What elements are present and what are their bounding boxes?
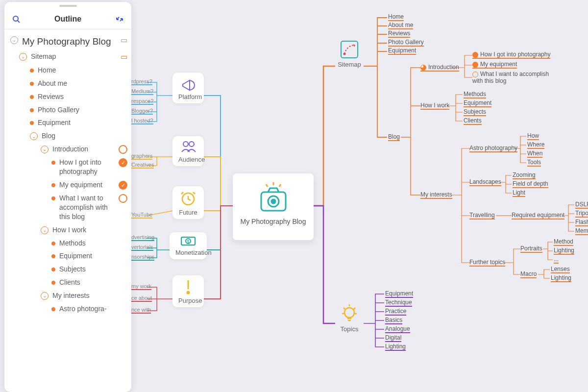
leaf[interactable]: Lighting [385, 343, 406, 351]
search-icon[interactable] [9, 15, 23, 23]
leaf[interactable]: Creatives [131, 162, 154, 169]
outline-item[interactable]: My equipment [59, 180, 115, 190]
leaf[interactable]: ... [554, 256, 559, 264]
leaf[interactable]: Where [527, 141, 544, 149]
leaf[interactable]: Required equipment [512, 212, 564, 220]
leaf[interactable]: Flash [575, 219, 588, 226]
blog-interests[interactable]: My interests [420, 191, 452, 199]
leaf[interactable]: Equipment [464, 99, 491, 107]
leaf[interactable]: How I got into photography [472, 51, 550, 59]
chevron-down-icon[interactable]: ⌄ [41, 226, 49, 234]
chevron-down-icon[interactable]: ⌄ [19, 53, 27, 61]
leaf[interactable]: nce with [131, 307, 151, 314]
leaf[interactable]: Lighting [551, 274, 571, 282]
chevron-down-icon[interactable]: ⌄ [41, 292, 49, 300]
leaf[interactable]: Zooming [513, 172, 536, 179]
leaf[interactable]: dvertising [131, 234, 154, 241]
leaf[interactable]: When [527, 150, 542, 158]
leaf[interactable]: Method [554, 238, 573, 246]
leaf[interactable]: Basics [385, 317, 402, 324]
center-node[interactable]: My Photography Blog [233, 173, 314, 240]
chevron-down-icon[interactable]: ⌄ [10, 36, 18, 44]
label: Topics [341, 325, 359, 333]
branch-purpose[interactable]: Purpose [172, 275, 204, 307]
outline-item[interactable]: Introduction [52, 145, 115, 154]
leaf[interactable]: Lenses [551, 266, 570, 273]
outline-item[interactable]: Clients [59, 278, 80, 287]
sm-equip[interactable]: Equipment [388, 47, 416, 55]
outline-item[interactable]: My interests [52, 291, 89, 300]
leaf[interactable]: nsorships [131, 254, 154, 261]
sm-about[interactable]: About me [388, 22, 413, 29]
leaf[interactable]: DSLR [575, 201, 588, 209]
outline-item[interactable]: Reviews [38, 92, 64, 101]
leaf[interactable]: rdpress? [131, 78, 152, 85]
leaf[interactable]: Equipment [385, 290, 413, 298]
leaf[interactable]: vertorials [131, 244, 153, 251]
leaf[interactable]: Tripod [575, 210, 588, 218]
outline-item[interactable]: Photo Gallery [38, 105, 79, 115]
leaf[interactable]: YouTube [131, 212, 152, 219]
leaf[interactable]: Portraits [520, 245, 542, 253]
outline-item[interactable]: About me [38, 79, 67, 88]
outline-item[interactable]: Subjects [59, 265, 86, 274]
outline-item[interactable]: Equipment [59, 251, 92, 261]
drag-handle[interactable] [59, 5, 77, 7]
sm-blog[interactable]: Blog [388, 133, 400, 141]
outline-item[interactable]: What I want to accomplish with this blog [59, 194, 115, 221]
sm-gallery[interactable]: Photo Gallery [388, 39, 424, 47]
people-icon [180, 139, 196, 154]
outline-item[interactable]: Equipment [38, 118, 71, 127]
leaf[interactable]: Tools [527, 159, 541, 167]
leaf[interactable]: my work [131, 283, 151, 290]
outline-root[interactable]: My Photography Blog [22, 35, 117, 48]
blog-intro[interactable]: Introduction [420, 64, 459, 72]
leaf[interactable]: Practice [385, 308, 406, 316]
leaf[interactable]: respace? [131, 98, 153, 105]
leaf[interactable]: Macro [520, 270, 537, 278]
int-further[interactable]: Further topics [469, 259, 505, 267]
outline-item[interactable]: Methods [59, 239, 86, 248]
outline-body[interactable]: ⌄My Photography Blog▭ ⌄Sitemap▭ Home Abo… [4, 29, 131, 392]
branch-audience[interactable]: Audience [172, 136, 204, 166]
int-astro[interactable]: Astro photography [469, 145, 517, 152]
leaf[interactable]: l hosted? [131, 118, 153, 124]
leaf[interactable]: Medium? [131, 88, 153, 95]
outline-item[interactable]: How I got into photography [59, 158, 115, 176]
leaf[interactable]: Technique [385, 299, 412, 307]
leaf[interactable]: What I want to accomplish with this blog [472, 71, 556, 84]
outline-item[interactable]: Sitemap [31, 52, 117, 61]
leaf[interactable]: How [527, 132, 539, 140]
sm-reviews[interactable]: Reviews [388, 30, 410, 38]
leaf[interactable]: Field of depth [513, 180, 548, 188]
leaf[interactable]: Memo [575, 227, 588, 235]
chevron-down-icon[interactable]: ⌄ [41, 146, 49, 153]
leaf[interactable]: Analogue [385, 325, 410, 333]
expand-icon[interactable] [113, 15, 126, 23]
branch-sitemap[interactable]: Sitemap [335, 40, 364, 68]
leaf[interactable]: Clients [464, 117, 482, 125]
leaf[interactable]: graphers [131, 153, 152, 160]
leaf[interactable]: Digital [385, 334, 401, 342]
branch-future[interactable]: Future [172, 186, 204, 219]
leaf[interactable]: Blogger? [131, 108, 153, 115]
leaf[interactable]: Lighting [554, 247, 574, 255]
leaf[interactable]: Methods [464, 91, 486, 98]
branch-monetization[interactable]: $ Monetization [170, 232, 207, 259]
leaf[interactable]: My equipment [472, 61, 517, 69]
outline-item[interactable]: Blog [42, 131, 55, 141]
leaf[interactable]: Light [513, 189, 525, 197]
branch-platform[interactable]: Platform [172, 73, 204, 103]
int-travel[interactable]: Travelling [469, 212, 495, 220]
outline-item[interactable]: How I work [52, 225, 86, 235]
int-land[interactable]: Landscapes [469, 178, 501, 186]
leaf[interactable]: ce about [131, 295, 152, 302]
branch-topics[interactable]: Topics [335, 303, 364, 333]
outline-item[interactable]: Home [38, 66, 56, 75]
outline-item[interactable]: Astro photogra- [59, 304, 107, 314]
money-icon: $ [180, 235, 196, 247]
blog-how[interactable]: How I work [420, 102, 449, 110]
chevron-down-icon[interactable]: ⌄ [30, 132, 38, 140]
leaf[interactable]: Subjects [464, 108, 486, 116]
sm-home[interactable]: Home [388, 13, 404, 21]
